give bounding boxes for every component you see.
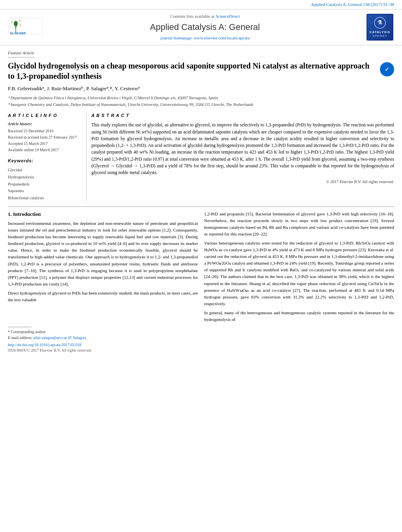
journal-header: ELSEVIER Contents lists available at Sci… bbox=[0, 9, 402, 45]
journal-main-title: Applied Catalysis A: General bbox=[51, 21, 359, 33]
keyword-4: Saponites bbox=[8, 187, 82, 195]
abstract-header: A B S T R A C T bbox=[91, 113, 394, 119]
svg-point-5 bbox=[11, 22, 13, 23]
article-history: Article history: Received 23 December 20… bbox=[8, 121, 82, 153]
received-revised-date: Received in revised form 27 February 201… bbox=[8, 134, 82, 141]
keywords-header: Keywords: bbox=[8, 158, 82, 164]
keyword-2: Hydrogenolysis bbox=[8, 174, 82, 181]
abstract-column: A B S T R A C T This study explores the … bbox=[91, 113, 394, 202]
main-content: 1. Introduction Increased environmental … bbox=[8, 211, 394, 353]
crossmark-badge[interactable]: ✓ bbox=[380, 62, 394, 76]
sciencedirect-link[interactable]: ScienceDirect bbox=[216, 14, 240, 19]
email-footnote: E-mail address: pilar.salagre@urv.cat (P… bbox=[8, 335, 198, 341]
authors-line: F.B. Gebretsadikᵃ, J. Ruiz-Martinezᵇ, P.… bbox=[8, 85, 394, 92]
title-row: Glycidol hydrogenolysis on a cheap mesop… bbox=[8, 61, 394, 81]
svg-point-7 bbox=[20, 25, 21, 26]
svg-point-2 bbox=[14, 21, 18, 26]
received-date: Received 23 December 2016 bbox=[8, 128, 82, 134]
affiliation-a: ᵃ Departament de Química Física i Inorgà… bbox=[8, 95, 394, 101]
article-info-header: A R T I C L E I N F O bbox=[8, 113, 82, 119]
contents-line: Contents lists available at ScienceDirec… bbox=[51, 13, 359, 19]
homepage-url[interactable]: www.elsevier.com/locate/apcata bbox=[194, 35, 250, 40]
intro-paragraph-2: Direct hydrogenolysis of glycerol to PrD… bbox=[8, 290, 198, 303]
article-title: Glycidol hydrogenolysis on a cheap mesop… bbox=[8, 61, 374, 81]
right-paragraph-2: Various heterogeneous catalysts were tes… bbox=[204, 240, 394, 307]
section-number: 1. bbox=[8, 211, 12, 217]
affiliations: ᵃ Departament de Química Física i Inorgà… bbox=[8, 95, 394, 108]
journal-citation: Applied Catalysis A: General 538 (2017) … bbox=[311, 2, 394, 7]
feature-article-label: Feature Article bbox=[8, 50, 34, 57]
elsevier-logo: ELSEVIER bbox=[8, 17, 43, 37]
section-title: Introduction bbox=[13, 211, 41, 217]
keyword-5: Bifunctional catalysis bbox=[8, 195, 82, 202]
catalysis-logo: ⚗ CATALYSIS APPLIED A bbox=[367, 14, 394, 41]
main-col-left: 1. Introduction Increased environmental … bbox=[8, 211, 198, 353]
journal-homepage: journal homepage: www.elsevier.com/locat… bbox=[51, 35, 359, 41]
affiliation-b: ᵇ Inorganic Chemistry and Catalysis, Deb… bbox=[8, 102, 394, 108]
intro-paragraph-1: Increased environmental awareness, the d… bbox=[8, 220, 198, 287]
section-divider bbox=[8, 206, 394, 207]
journal-link-bar: Applied Catalysis A: General 538 (2017) … bbox=[0, 0, 402, 9]
keywords-section: Keywords: Glycidol Hydrogenolysis Propan… bbox=[8, 158, 82, 202]
article-info-column: A R T I C L E I N F O Article history: R… bbox=[8, 113, 87, 202]
intro-section-heading: 1. Introduction bbox=[8, 211, 198, 218]
available-date: Available online 19 March 2017 bbox=[8, 147, 82, 153]
copyright-line: © 2017 Elsevier B.V. All rights reserved… bbox=[91, 179, 394, 185]
journal-title-block: Contents lists available at ScienceDirec… bbox=[51, 13, 359, 41]
svg-text:ELSEVIER: ELSEVIER bbox=[10, 32, 26, 35]
footnotes-area: * Corresponding author. E-mail address: … bbox=[8, 327, 198, 353]
footnote-divider bbox=[8, 327, 32, 327]
abstract-text: This study explores the use of glycidol,… bbox=[91, 122, 394, 176]
article-body: A R T I C L E I N F O Article history: R… bbox=[8, 113, 394, 202]
history-header: Article history: bbox=[8, 121, 82, 127]
issn-line: 0926-860X/© 2017 Elsevier B.V. All right… bbox=[8, 348, 198, 353]
accepted-date: Accepted 15 March 2017 bbox=[8, 141, 82, 147]
keyword-3: Propanediols bbox=[8, 181, 82, 188]
email-address[interactable]: pilar.salagre@urv.cat (P. Salagre). bbox=[34, 336, 87, 340]
crossmark-button[interactable]: ✓ bbox=[380, 62, 394, 76]
corresponding-author-note: * Corresponding author. bbox=[8, 329, 198, 335]
right-paragraph-3: In general, many of the heterogeneous an… bbox=[204, 310, 394, 323]
main-col-right: 1,2-PrD and propanols [15]. Bacterial fe… bbox=[204, 211, 394, 353]
keyword-1: Glycidol bbox=[8, 167, 82, 174]
email-label: E-mail address: bbox=[8, 336, 32, 340]
doi-line[interactable]: http://dx.doi.org/10.1016/j.apcata.2017.… bbox=[8, 342, 198, 348]
article-container: Feature Article Glycidol hydrogenolysis … bbox=[0, 45, 402, 357]
svg-point-6 bbox=[19, 20, 20, 21]
right-paragraph-1: 1,2-PrD and propanols [15]. Bacterial fe… bbox=[204, 211, 394, 237]
